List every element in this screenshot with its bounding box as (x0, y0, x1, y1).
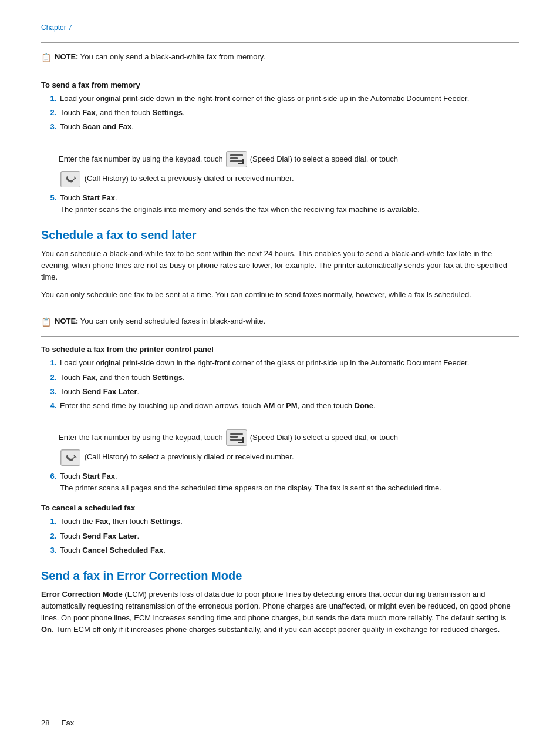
note1-box: 📋 NOTE: You can only send a black-and-wh… (41, 49, 519, 66)
chapter-label: Chapter 7 (41, 23, 519, 32)
cancel-fax-steps: Touch the Fax, then touch Settings. Touc… (59, 516, 519, 556)
rule2-top (41, 307, 519, 307)
send-from-memory-step5: Touch Start Fax. The printer scans the o… (59, 192, 519, 216)
ecm-section-heading: Send a fax in Error Correction Mode (41, 569, 519, 583)
sched-step5 (48, 414, 519, 426)
schedule-step6: Touch Start Fax. The printer scans all p… (59, 471, 519, 494)
cancel-step2: Touch Send Fax Later. (59, 530, 519, 542)
schedule-body1: You can schedule a black-and-white fax t… (41, 248, 519, 283)
step2: Touch Fax, and then touch Settings. (59, 107, 519, 119)
sched-step4: Enter the send time by touching up and d… (59, 400, 519, 412)
step5: Touch Start Fax. The printer scans the o… (59, 192, 519, 216)
sched-step3: Touch Send Fax Later. (59, 386, 519, 398)
step4-line2: (Call History) to select a previously di… (59, 171, 519, 187)
page: Chapter 7 📋 NOTE: You can only send a bl… (0, 0, 560, 746)
step3: Touch Scan and Fax. (59, 121, 519, 133)
sched-step5-line1: Enter the fax number by using the keypad… (59, 429, 519, 446)
svg-rect-4 (61, 450, 80, 466)
schedule-panel-steps: Load your original print-side down in th… (59, 357, 519, 426)
sched-step5-line2: (Call History) to select a previously di… (59, 449, 519, 466)
send-from-memory-steps: Load your original print-side down in th… (59, 93, 519, 147)
step4 (48, 135, 519, 147)
step1: Load your original print-side down in th… (59, 93, 519, 105)
note2-box: 📋 NOTE: You can only send scheduled faxe… (41, 313, 519, 330)
step4-content: Enter the fax number by using the keypad… (59, 151, 519, 187)
bottom-rule1 (41, 72, 519, 72)
call-history-icon2 (60, 449, 80, 466)
speed-dial-icon (226, 151, 247, 167)
cancel-step1: Touch the Fax, then touch Settings. (59, 516, 519, 527)
schedule-section-heading: Schedule a fax to send later (41, 228, 519, 242)
sched-step5-content: Enter the fax number by using the keypad… (59, 429, 519, 466)
cancel-step3: Touch Cancel Scheduled Fax. (59, 545, 519, 556)
sched-step6: Touch Start Fax. The printer scans all p… (59, 471, 519, 494)
step4-line1: Enter the fax number by using the keypad… (59, 151, 519, 167)
speed-dial-icon2 (226, 429, 247, 446)
svg-rect-0 (61, 172, 80, 187)
ecm-body: Error Correction Mode (ECM) prevents los… (41, 589, 519, 636)
footer-page: 28 (41, 718, 49, 727)
note1-icon: 📋 (41, 53, 51, 62)
sched-step1: Load your original print-side down in th… (59, 357, 519, 369)
send-from-memory-heading: To send a fax from memory (41, 80, 519, 89)
note2-icon: 📋 (41, 317, 51, 327)
schedule-body2: You can only schedule one fax to be sent… (41, 289, 519, 301)
footer: 28 Fax (41, 718, 519, 727)
note1-text: NOTE: You can only send a black-and-whit… (55, 52, 265, 61)
footer-section: Fax (61, 718, 74, 727)
sched-step2: Touch Fax, and then touch Settings. (59, 372, 519, 384)
note2-text: NOTE: You can only send scheduled faxes … (55, 317, 265, 325)
cancel-fax-heading: To cancel a scheduled fax (41, 503, 519, 512)
rule2-bottom (41, 336, 519, 337)
call-history-icon (60, 171, 80, 187)
top-rule (41, 42, 519, 43)
schedule-panel-heading: To schedule a fax from the printer contr… (41, 345, 519, 354)
